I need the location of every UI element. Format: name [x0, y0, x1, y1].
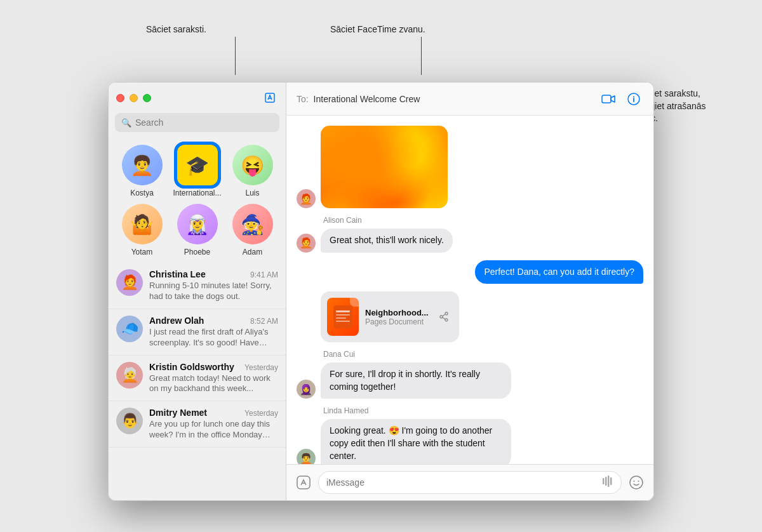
- avatar-adam: 🧙: [232, 204, 273, 244]
- svg-point-11: [445, 319, 448, 321]
- msg-avatar-alison-photo: 🧑‍🦰: [297, 189, 316, 208]
- messages-container: 🧑‍🦰 Alison Cain 🧑‍🦰 Great shot, this'll …: [286, 116, 653, 464]
- search-input[interactable]: [135, 117, 273, 128]
- to-value: Interational Welcome Crew: [314, 94, 420, 104]
- msg-avatar-alison1: 🧑‍🦰: [297, 234, 316, 253]
- to-label: To:: [297, 94, 309, 104]
- svg-rect-1: [602, 95, 611, 103]
- svg-rect-12: [297, 476, 310, 489]
- photo-bubble: [321, 126, 448, 208]
- sender-name-dana: Dana Cui: [323, 350, 643, 359]
- message-input-wrapper[interactable]: [318, 471, 622, 494]
- bubble-alison1: Great shot, this'll work nicely.: [321, 229, 453, 253]
- annotation-facetime: Sāciet FaceTime zvanu.: [330, 24, 425, 34]
- minimize-button[interactable]: [130, 94, 138, 102]
- bubble-linda: Looking great. 😍 I'm going to do another…: [321, 419, 511, 464]
- maximize-button[interactable]: [143, 94, 151, 102]
- svg-point-19: [638, 481, 639, 482]
- chat-header: To: Interational Welcome Crew: [286, 83, 653, 116]
- pinned-label-international: International...: [173, 189, 221, 197]
- conv-item-kristin[interactable]: 🧑‍🦳 Kristin Goldsworthy Yesterday Great …: [109, 356, 286, 402]
- app-window: 🔍 🧑‍🦱 Kostya 🎓 Interna: [108, 82, 654, 501]
- pinned-item-phoebe[interactable]: 🧝‍♀️ Phoebe: [173, 204, 222, 256]
- avatar-wrapper-adam: 🧙: [232, 204, 273, 244]
- pinned-label-luis: Luis: [245, 189, 259, 197]
- conv-item-dmitry[interactable]: 👨 Dmitry Nemet Yesterday Are you up for …: [109, 401, 286, 448]
- facetime-button[interactable]: [599, 90, 618, 109]
- doc-bubble[interactable]: Neighborhood... Pages Document: [321, 291, 459, 342]
- conversation-list: 🧑‍🦰 Christina Lee 9:41 AM Running 5-10 m…: [109, 263, 286, 500]
- pinned-item-luis[interactable]: 😝 Luis: [228, 145, 277, 197]
- compose-button[interactable]: [262, 90, 278, 106]
- svg-point-17: [630, 476, 643, 489]
- svg-point-10: [445, 312, 448, 315]
- conv-item-andrew[interactable]: 🧢 Andrew Olah 8:52 AM I just read the fi…: [109, 309, 286, 356]
- doc-share-button[interactable]: [435, 308, 453, 326]
- conv-preview-christina: Running 5-10 minutes late! Sorry, had to…: [149, 281, 278, 302]
- conv-avatar-kristin: 🧑‍🦳: [116, 362, 143, 389]
- conv-item-christina[interactable]: 🧑‍🦰 Christina Lee 9:41 AM Running 5-10 m…: [109, 263, 286, 309]
- pinned-label-kostya: Kostya: [130, 189, 154, 197]
- input-area: [286, 464, 653, 500]
- svg-rect-7: [336, 317, 346, 319]
- msg-avatar-linda: 🧑‍🦱: [297, 449, 316, 464]
- avatar-wrapper-kostya: 🧑‍🦱: [122, 145, 163, 185]
- conv-content-christina: Christina Lee 9:41 AM Running 5-10 minut…: [149, 269, 278, 302]
- photo-bubble-inner: [321, 126, 448, 208]
- svg-rect-8: [336, 321, 350, 322]
- close-button[interactable]: [116, 94, 124, 102]
- conv-name-kristin: Kristin Goldsworthy: [149, 362, 234, 372]
- search-icon: 🔍: [121, 118, 131, 128]
- svg-rect-13: [603, 478, 605, 484]
- chat-area: To: Interational Welcome Crew: [286, 83, 653, 500]
- info-button[interactable]: [624, 90, 643, 109]
- avatar-international: 🎓: [177, 145, 218, 185]
- svg-rect-4: [333, 305, 352, 328]
- avatar-phoebe: 🧝‍♀️: [177, 204, 218, 244]
- conv-preview-andrew: I just read the first draft of Aliya's s…: [149, 327, 278, 349]
- pinned-label-adam: Adam: [243, 248, 262, 256]
- msg-row-outgoing1: Perfect! Dana, can you add it directly?: [297, 260, 643, 284]
- svg-point-9: [440, 316, 443, 318]
- msg-group-outgoing1: Perfect! Dana, can you add it directly?: [297, 260, 643, 284]
- doc-name: Neighborhood...: [365, 308, 429, 317]
- conv-header-kristin: Kristin Goldsworthy Yesterday: [149, 362, 278, 372]
- conv-content-dmitry: Dmitry Nemet Yesterday Are you up for lu…: [149, 408, 278, 441]
- conv-time-dmitry: Yesterday: [244, 409, 278, 418]
- conv-content-kristin: Kristin Goldsworthy Yesterday Great matc…: [149, 362, 278, 395]
- conv-preview-dmitry: Are you up for lunch one day this week? …: [149, 419, 278, 441]
- conv-header-andrew: Andrew Olah 8:52 AM: [149, 316, 278, 326]
- message-input[interactable]: [326, 477, 597, 488]
- msg-group-doc: Neighborhood... Pages Document: [297, 291, 643, 342]
- svg-rect-5: [336, 310, 350, 312]
- sender-name-alison1: Alison Cain: [323, 216, 643, 225]
- msg-group-dana: Dana Cui 🧕 For sure, I'll drop it in sho…: [297, 350, 643, 399]
- pinned-label-yotam: Yotam: [131, 248, 153, 256]
- pinned-item-yotam[interactable]: 🤷 Yotam: [117, 204, 166, 256]
- conv-name-christina: Christina Lee: [149, 269, 206, 279]
- conv-time-kristin: Yesterday: [244, 363, 278, 372]
- pinned-label-phoebe: Phoebe: [184, 248, 210, 256]
- svg-rect-14: [605, 477, 607, 486]
- pinned-item-kostya[interactable]: 🧑‍🦱 Kostya: [117, 145, 166, 197]
- msg-group-alison1: Alison Cain 🧑‍🦰 Great shot, this'll work…: [297, 216, 643, 253]
- msg-row-photo: 🧑‍🦰: [297, 126, 643, 208]
- pinned-item-adam[interactable]: 🧙 Adam: [228, 204, 277, 256]
- msg-avatar-dana: 🧕: [297, 380, 316, 399]
- avatar-wrapper-yotam: 🤷: [122, 204, 163, 244]
- pinned-item-international[interactable]: 🎓 International...: [173, 145, 222, 197]
- audio-icon[interactable]: [602, 475, 613, 489]
- bubble-dana: For sure, I'll drop it in shortly. It's …: [321, 362, 511, 399]
- search-bar[interactable]: 🔍: [115, 113, 279, 132]
- doc-type: Pages Document: [365, 317, 429, 326]
- svg-rect-6: [336, 314, 350, 316]
- compose-arrow-line: [235, 37, 236, 75]
- conv-avatar-andrew: 🧢: [116, 316, 143, 342]
- facetime-arrow-line: [421, 37, 422, 75]
- app-store-button[interactable]: [294, 473, 313, 492]
- titlebar: [109, 83, 286, 113]
- annotation-compose: Sāciet saraksti.: [146, 24, 206, 34]
- emoji-button[interactable]: [627, 473, 646, 492]
- sender-name-linda: Linda Hamed: [323, 406, 643, 415]
- avatar-wrapper-international: 🎓: [177, 145, 218, 185]
